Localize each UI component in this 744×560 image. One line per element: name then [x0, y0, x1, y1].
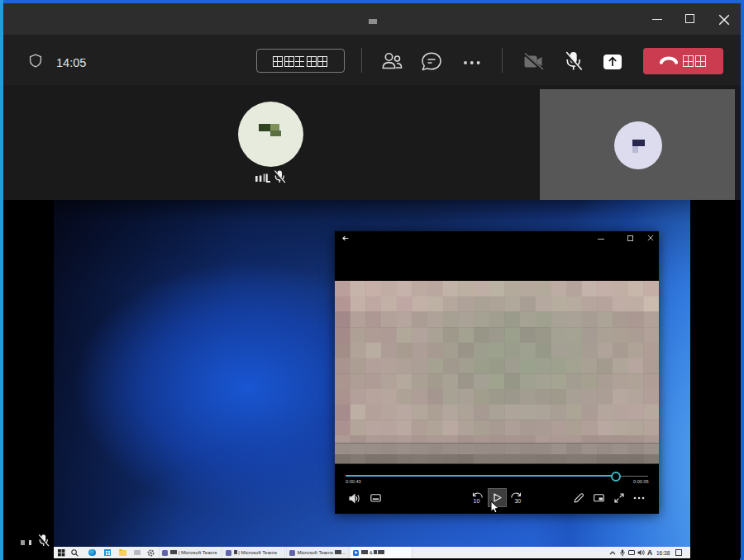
svg-text:30: 30: [514, 498, 521, 504]
svg-text:10: 10: [474, 498, 480, 504]
